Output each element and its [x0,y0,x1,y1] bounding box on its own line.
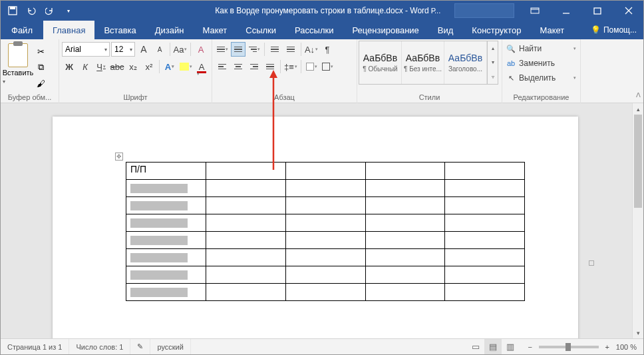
font-size-combo[interactable]: 12 [111,42,135,57]
shrink-font-button[interactable]: A [152,42,167,57]
tab-mailings[interactable]: Рассылки [285,21,343,39]
style-normal[interactable]: АаБбВв ¶ Обычный [359,41,402,84]
table-cell[interactable] [285,249,365,266]
tab-insert[interactable]: Вставка [94,21,145,39]
table-cell[interactable] [206,197,286,214]
redo-button[interactable] [42,3,58,19]
superscript-button[interactable]: x² [142,59,156,74]
tab-layout[interactable]: Макет [193,21,236,39]
font-name-combo[interactable]: Arial [62,42,110,57]
tab-references[interactable]: Ссылки [236,21,285,39]
select-button[interactable]: ↖Выделить [506,71,576,85]
zoom-in-button[interactable]: + [603,343,612,351]
paste-button[interactable]: Вставить [3,42,33,85]
view-read-button[interactable]: ▭ [467,339,484,355]
bullets-button[interactable] [215,42,230,57]
increase-indent-button[interactable] [283,42,298,57]
table-cell[interactable] [126,266,206,284]
format-painter-button[interactable]: 🖌 [34,77,47,90]
document-table[interactable]: П/П [126,162,525,301]
scroll-down-button[interactable]: ▾ [633,327,643,338]
align-left-button[interactable] [215,59,230,74]
table-cell[interactable] [206,232,286,249]
strikethrough-button[interactable]: abc [110,59,124,74]
subscript-button[interactable]: x₂ [126,59,140,74]
status-page[interactable]: Страница 1 из 1 [1,339,69,354]
table-cell[interactable] [445,197,525,214]
numbering-button[interactable] [231,42,245,57]
align-center-button[interactable] [231,59,245,74]
tab-table-layout[interactable]: Макет [530,21,573,39]
zoom-knob[interactable] [565,343,571,351]
grow-font-button[interactable]: A [136,42,151,57]
borders-button[interactable] [320,59,335,74]
line-spacing-button[interactable]: ‡≡ [283,59,298,74]
table-cell[interactable] [126,284,206,301]
table-cell[interactable] [365,249,445,266]
table-cell[interactable] [206,180,286,197]
table-cell[interactable] [206,266,286,284]
italic-button[interactable]: К [78,59,92,74]
table-cell[interactable] [285,266,365,284]
tab-design[interactable]: Дизайн [146,21,194,39]
view-web-button[interactable]: ▥ [502,339,519,355]
tab-home[interactable]: Главная [43,21,94,39]
save-button[interactable] [5,3,21,19]
table-cell[interactable] [445,163,525,180]
table-cell[interactable] [445,180,525,197]
tab-file[interactable]: Файл [1,21,43,39]
zoom-slider[interactable] [539,346,599,348]
table-cell[interactable] [365,180,445,197]
table-cell[interactable] [285,163,365,180]
underline-button[interactable]: Ч [94,59,108,74]
status-proofing[interactable]: ✎ [130,339,150,354]
table-cell[interactable] [445,214,525,232]
undo-button[interactable] [23,3,39,19]
table-cell[interactable] [285,197,365,214]
styles-scroll-up[interactable]: ▴ [488,41,498,55]
table-cell[interactable] [206,249,286,266]
table-cell[interactable] [206,284,286,301]
tab-review[interactable]: Рецензирование [343,21,428,39]
view-print-button[interactable]: ▤ [484,339,502,355]
minimize-button[interactable] [551,1,581,21]
decrease-indent-button[interactable] [267,42,282,57]
table-cell[interactable] [365,163,445,180]
table-cell[interactable] [126,249,206,266]
styles-gallery[interactable]: АаБбВв ¶ Обычный АаБбВв ¶ Без инте... Аа… [359,41,498,85]
zoom-value[interactable]: 100 % [616,343,637,351]
zoom-out-button[interactable]: − [526,343,535,351]
align-right-button[interactable] [247,59,261,74]
styles-scroll-down[interactable]: ▾ [488,55,498,69]
table-cell[interactable] [445,266,525,284]
table-cell[interactable] [365,284,445,301]
table-cell[interactable] [126,197,206,214]
status-words[interactable]: Число слов: 1 [69,339,130,354]
table-cell[interactable] [285,284,365,301]
table-cell[interactable] [285,180,365,197]
table-cell[interactable] [126,232,206,249]
table-cell[interactable] [126,180,206,197]
table-cell[interactable] [206,163,286,180]
cut-button[interactable]: ✂ [34,45,47,58]
table-cell[interactable] [206,214,286,232]
table-cell[interactable] [445,249,525,266]
ribbon-options-button[interactable] [520,1,550,21]
scroll-up-button[interactable]: ▴ [633,103,643,115]
justify-button[interactable] [263,59,277,74]
tab-table-design[interactable]: Конструктор [462,21,530,39]
show-marks-button[interactable]: ¶ [320,42,335,57]
table-cell[interactable] [365,266,445,284]
table-cell[interactable] [126,214,206,232]
vertical-scrollbar[interactable]: ▴ ▾ [632,103,643,338]
style-heading1[interactable]: АаБбВв Заголово... [444,41,487,84]
table-cell[interactable] [445,232,525,249]
table-cell-header[interactable]: П/П [126,163,206,180]
find-button[interactable]: 🔍Найти [506,42,576,55]
account-box[interactable] [454,3,514,18]
sort-button[interactable]: A↓ [304,42,319,57]
page[interactable]: ✥ П/П [53,117,578,338]
highlight-button[interactable] [178,59,193,74]
shading-button[interactable] [304,59,319,74]
maximize-button[interactable] [582,1,612,21]
